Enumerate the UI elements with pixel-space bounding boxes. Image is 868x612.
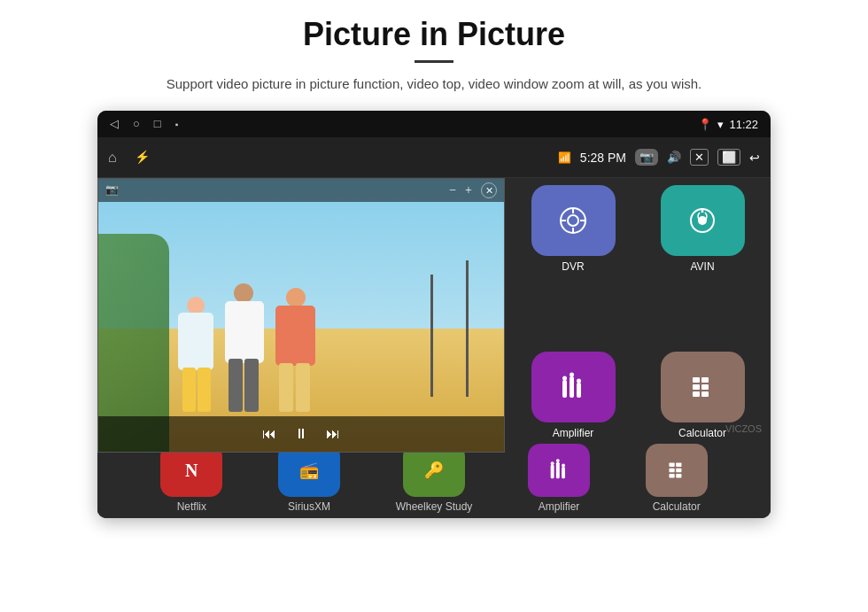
- svg-point-24: [551, 461, 554, 465]
- avin-label: AVIN: [690, 260, 714, 273]
- dvr-app-wrapper: DVR: [512, 185, 634, 345]
- calculator-bottom-item: Calculator: [646, 444, 708, 513]
- dvr-icon-svg: [557, 205, 589, 236]
- page-title: Picture in Picture: [303, 16, 565, 53]
- svg-rect-27: [669, 462, 674, 467]
- svg-rect-10: [570, 376, 574, 398]
- page-wrapper: Picture in Picture Support video picture…: [0, 0, 868, 612]
- title-divider: [415, 60, 453, 63]
- app-bar: ⌂ ⚡ 📶 5:28 PM 📷 🔊 ✕ ⬜ ↩: [97, 137, 771, 178]
- svg-rect-18: [701, 384, 709, 390]
- app-bar-time: 5:28 PM: [580, 151, 626, 165]
- calculator-app-icon[interactable]: [661, 352, 745, 422]
- home-icon[interactable]: ⌂: [108, 150, 117, 166]
- window-icon[interactable]: ⬜: [717, 149, 740, 166]
- signal-icon: ▾: [717, 118, 724, 131]
- status-bar: ◁ ○ □ ▪ 📍 ▾ 11:22: [97, 111, 771, 137]
- pip-close-btn[interactable]: ✕: [481, 182, 497, 198]
- svg-rect-17: [693, 384, 700, 390]
- svg-point-25: [556, 459, 560, 462]
- pip-camera-icon: 📷: [105, 183, 119, 197]
- pip-window[interactable]: 📷 − + ✕: [97, 178, 505, 453]
- amplifier-app-icon[interactable]: [531, 352, 616, 422]
- amplifier-bottom-label: Amplifier: [539, 500, 580, 513]
- calculator-icon-svg: [686, 371, 718, 403]
- svg-rect-11: [577, 383, 581, 398]
- svg-rect-28: [676, 462, 681, 467]
- svg-point-12: [562, 376, 567, 381]
- svg-point-13: [570, 373, 574, 377]
- amplifier-label: Amplifier: [553, 427, 594, 439]
- pip-playback-controls: ⏮ ⏸ ⏭: [98, 416, 504, 452]
- svg-point-14: [577, 379, 581, 383]
- netflix-bottom-item: N Netflix: [160, 444, 222, 513]
- status-bar-left: ◁ ○ □ ▪: [110, 117, 178, 131]
- svg-rect-9: [562, 380, 567, 398]
- amplifier-bottom-item: Amplifier: [528, 444, 590, 513]
- recent-app-icon[interactable]: ▪: [175, 120, 179, 129]
- svg-rect-21: [551, 465, 554, 479]
- siriusxm-bottom-label: SiriusXM: [288, 500, 330, 513]
- location-icon: 📍: [698, 118, 712, 131]
- app-bar-left: ⌂ ⚡: [108, 150, 150, 166]
- app-bar-right: 📶 5:28 PM 📷 🔊 ✕ ⬜ ↩: [558, 149, 760, 166]
- svg-point-26: [562, 464, 565, 468]
- svg-point-1: [568, 215, 578, 226]
- calculator-label: Calculator: [678, 427, 726, 439]
- undo-icon[interactable]: ↩: [749, 151, 760, 165]
- camera-icon[interactable]: 📷: [635, 149, 658, 166]
- avin-app-icon[interactable]: [661, 185, 745, 256]
- pip-shrink-btn[interactable]: −: [449, 183, 456, 198]
- back-nav-icon[interactable]: ◁: [110, 117, 119, 131]
- wheelkey-bottom-item: 🔑 Wheelkey Study: [396, 444, 473, 513]
- amplifier-bottom-svg: [546, 458, 571, 483]
- usb-icon[interactable]: ⚡: [135, 150, 150, 165]
- pip-video-content: [98, 179, 504, 452]
- status-time: 11:22: [729, 118, 758, 131]
- netflix-bottom-label: Netflix: [177, 500, 206, 513]
- pip-rewind-btn[interactable]: ⏮: [262, 426, 276, 442]
- dvr-app-icon[interactable]: [531, 185, 616, 256]
- main-content: 📷 − + ✕: [97, 178, 771, 518]
- svg-rect-15: [693, 377, 700, 383]
- amplifier-bottom-icon[interactable]: [528, 444, 590, 497]
- calculator-bottom-svg: [664, 458, 689, 483]
- siriusxm-bottom-item: 📻 SiriusXM: [278, 444, 340, 513]
- pip-expand-btn[interactable]: +: [465, 183, 472, 198]
- svg-rect-31: [669, 474, 674, 478]
- home-nav-icon[interactable]: ○: [133, 117, 140, 131]
- pip-play-btn[interactable]: ⏸: [294, 426, 308, 442]
- svg-rect-16: [701, 377, 709, 383]
- wifi-status-icon: 📶: [558, 151, 571, 164]
- status-bar-right: 📍 ▾ 11:22: [698, 118, 758, 131]
- pip-forward-btn[interactable]: ⏭: [326, 426, 340, 442]
- page-subtitle: Support video picture in picture functio…: [167, 74, 701, 95]
- pip-header: 📷 − + ✕: [98, 179, 504, 202]
- calculator-bottom-label: Calculator: [653, 500, 701, 513]
- svg-rect-32: [676, 474, 681, 478]
- svg-rect-19: [693, 391, 700, 397]
- amplifier-icon-svg: [557, 371, 589, 403]
- recents-nav-icon[interactable]: □: [154, 117, 161, 131]
- watermark: VICZOS: [725, 423, 762, 434]
- close-icon[interactable]: ✕: [690, 149, 709, 166]
- svg-rect-29: [669, 469, 674, 473]
- svg-rect-23: [562, 467, 565, 478]
- avin-icon-svg: [687, 205, 717, 236]
- volume-icon[interactable]: 🔊: [667, 151, 681, 164]
- wheelkey-bottom-label: Wheelkey Study: [396, 500, 473, 513]
- dvr-label: DVR: [562, 260, 584, 273]
- svg-rect-20: [701, 391, 709, 397]
- calculator-bottom-icon[interactable]: [646, 444, 708, 497]
- avin-app-wrapper: AVIN: [641, 185, 763, 345]
- device-frame: ◁ ○ □ ▪ 📍 ▾ 11:22 ⌂ ⚡ 📶 5:28 PM 📷 🔊: [97, 111, 771, 518]
- svg-rect-22: [556, 462, 560, 479]
- svg-rect-30: [676, 469, 681, 473]
